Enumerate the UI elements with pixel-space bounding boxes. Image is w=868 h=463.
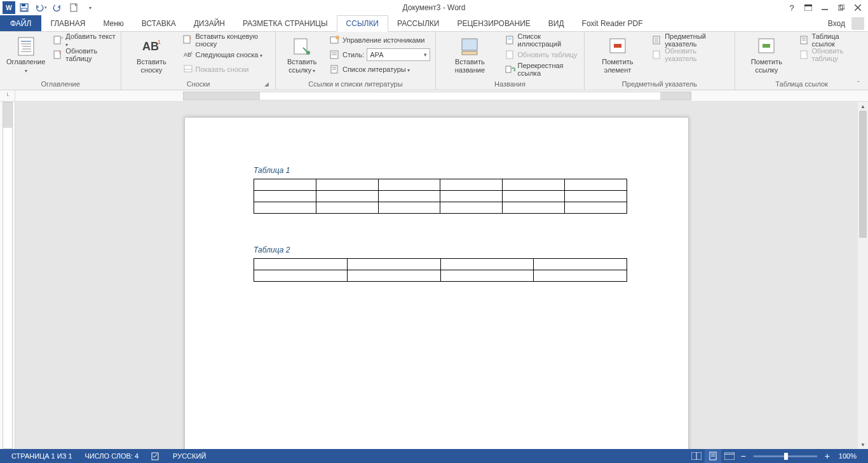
citation-icon [292,36,312,57]
sign-in-link[interactable]: Вход [824,19,849,28]
index-icon [652,35,662,45]
close-button[interactable] [850,1,865,14]
update-index-button: !Обновить указатель [649,48,732,62]
svg-rect-29 [294,39,307,54]
svg-text:1: 1 [158,39,161,45]
maximize-button[interactable] [834,1,849,14]
next-footnote-button[interactable]: AB1Следующая сноска [180,48,273,62]
svg-text:i: i [190,36,191,40]
bibliography-button[interactable]: Список литературы [327,62,433,76]
vertical-ruler-area: └ [0,90,15,449]
group-footnotes-label: Сноски◢ [124,79,272,90]
table-caption-1[interactable]: Таблица 1 [254,166,627,175]
svg-rect-5 [804,4,812,6]
status-word-count[interactable]: ЧИСЛО СЛОВ: 4 [79,449,146,463]
footnotes-dialog-launcher[interactable]: ◢ [262,79,271,88]
user-avatar-icon[interactable] [851,17,864,30]
insert-index-button[interactable]: Предметный указатель [649,33,732,47]
refresh-icon: ! [505,50,515,60]
document-table-2[interactable] [254,258,627,282]
scroll-down-button[interactable]: ▼ [858,440,868,449]
status-language[interactable]: РУССКИЙ [166,449,212,463]
qat-customize-button[interactable]: ▾ [83,1,98,15]
tab-mailings[interactable]: РАССЫЛКИ [388,15,448,31]
svg-rect-45 [506,66,511,73]
add-text-button[interactable]: +Добавить текст [50,33,118,47]
tab-insert[interactable]: ВСТАВКА [133,15,185,31]
page-viewport[interactable]: Таблица 1 Таблица 2 [15,102,858,449]
insert-caption-button[interactable]: Вставить название [438,33,501,78]
tab-references[interactable]: ССЫЛКИ [337,15,388,32]
insert-figures-list-button[interactable]: Список иллюстраций [503,33,581,47]
tab-home[interactable]: ГЛАВНАЯ [41,15,94,31]
ribbon-tabs: ФАЙЛ ГЛАВНАЯ Меню ВСТАВКА ДИЗАЙН РАЗМЕТК… [0,15,868,32]
svg-point-30 [306,51,310,55]
qat-redo-button[interactable] [50,1,65,15]
svg-rect-2 [22,8,27,11]
vertical-ruler[interactable] [3,102,13,449]
citation-style-select[interactable]: APA [367,48,430,61]
document-page[interactable]: Таблица 1 Таблица 2 [184,117,689,449]
insert-endnote-button[interactable]: iВставить концевую сноску [180,33,273,47]
zoom-in-button[interactable]: + [822,451,832,461]
tab-file[interactable]: ФАЙЛ [0,15,41,31]
minimize-button[interactable] [817,1,832,14]
zoom-level[interactable]: 100% [832,449,863,463]
help-button[interactable]: ? [784,1,799,14]
horizontal-ruler[interactable] [183,92,691,100]
group-authorities: Пометить ссылку Таблица ссылок !Обновить… [735,32,868,90]
refresh-icon: ! [652,50,662,60]
group-toc: Оглавление +Добавить текст !Обновить таб… [0,32,121,90]
view-print-layout-button[interactable] [705,449,721,463]
view-web-layout-button[interactable] [721,449,738,463]
zoom-slider[interactable] [754,455,817,457]
svg-rect-42 [508,38,512,40]
qat-save-button[interactable] [17,1,32,15]
tab-layout[interactable]: РАЗМЕТКА СТРАНИЦЫ [234,15,337,31]
qat-undo-button[interactable]: ▾ [33,1,48,15]
svg-rect-39 [462,39,477,50]
scroll-up-button[interactable]: ▲ [858,102,868,111]
tab-view[interactable]: ВИД [539,15,573,31]
svg-rect-40 [462,52,477,55]
tab-menu[interactable]: Меню [94,15,132,31]
ribbon: Оглавление +Добавить текст !Обновить таб… [0,32,868,90]
tab-review[interactable]: РЕЦЕНЗИРОВАНИЕ [448,15,539,31]
zoom-slider-thumb[interactable] [784,453,788,460]
tab-foxit[interactable]: Foxit Reader PDF [573,15,652,31]
word-app-icon: W [3,1,15,14]
scroll-thumb[interactable] [859,111,867,238]
footnote-icon: AB1 [141,36,161,57]
tab-design[interactable]: ДИЗАЙН [185,15,234,31]
document-table-1[interactable] [254,179,627,214]
tab-selector[interactable]: └ [0,90,15,102]
svg-rect-23 [184,36,190,43]
view-read-mode-button[interactable] [688,449,705,463]
insert-footnote-button[interactable]: AB1 Вставить сноску [124,33,179,78]
mark-citation-button[interactable]: Пометить ссылку [738,33,795,78]
document-area: └ Таблица 1 Таблица 2 [0,90,868,449]
svg-text:+: + [60,35,63,41]
mark-entry-icon [607,36,628,57]
zoom-out-button[interactable]: − [738,451,748,461]
insert-citation-button[interactable]: Вставить ссылку [278,33,326,78]
horizontal-ruler-area [15,90,868,102]
insert-authorities-button[interactable]: Таблица ссылок [797,33,865,47]
ribbon-display-button[interactable] [801,1,816,14]
status-proofing[interactable] [145,449,166,463]
mark-index-entry-button[interactable]: Пометить элемент [587,33,649,78]
collapse-ribbon-button[interactable]: ˆ [853,79,864,88]
update-toc-button[interactable]: !Обновить таблицу [50,48,118,62]
mark-citation-icon [756,36,776,57]
window-title: Документ3 - Word [402,3,465,12]
vertical-scrollbar[interactable]: ▲ ▼ [858,102,868,449]
table-caption-2[interactable]: Таблица 2 [254,245,627,254]
toc-button[interactable]: Оглавление [3,33,49,78]
group-index: Пометить элемент Предметный указатель !О… [585,32,736,90]
group-authorities-label: Таблица ссылок [738,79,865,90]
qat-new-button[interactable] [66,1,81,15]
cross-reference-button[interactable]: Перекрестная ссылка [503,62,581,76]
manage-sources-button[interactable]: Управление источниками [327,33,433,47]
status-page[interactable]: СТРАНИЦА 1 ИЗ 1 [5,449,79,463]
manage-sources-icon [330,35,340,45]
